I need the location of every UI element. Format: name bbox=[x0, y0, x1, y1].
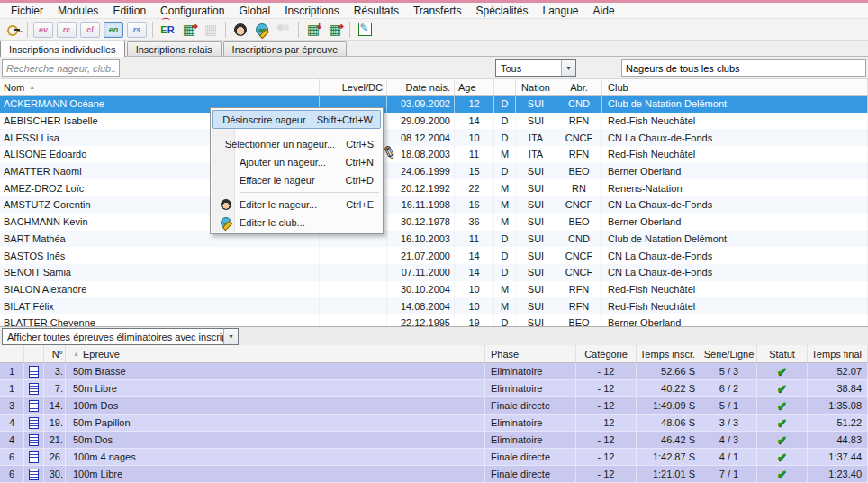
edit-document-button[interactable] bbox=[355, 21, 375, 39]
view-toggle-button[interactable]: cl bbox=[80, 22, 100, 38]
document-icon bbox=[29, 400, 39, 412]
swimmer-row[interactable]: ACKERMANN Océane 03.09.2002 12 D SUI CND… bbox=[0, 96, 868, 113]
column-header-sex[interactable] bbox=[494, 79, 516, 95]
events-filter-dropdown[interactable]: Afficher toutes épreuves éliminatoires a… bbox=[2, 328, 239, 345]
search-input[interactable] bbox=[2, 59, 120, 77]
event-row[interactable]: 3 14. 100m Dos Finale directe - 12 1:49.… bbox=[0, 397, 868, 415]
menu-item[interactable]: Inscriptions bbox=[277, 3, 347, 19]
column-header-age[interactable]: Age bbox=[455, 79, 494, 95]
document-icon bbox=[29, 417, 39, 429]
swimmer-row[interactable]: AEBISCHER Isabelle 29.09.2000 14 D SUI R… bbox=[0, 113, 868, 130]
menu-item[interactable]: Transferts bbox=[406, 3, 469, 19]
menu-item[interactable]: Configuration bbox=[153, 3, 231, 19]
menu-item[interactable]: Edition bbox=[105, 3, 153, 19]
column-header-icon[interactable] bbox=[24, 345, 44, 362]
menu-item-effacer-nageur[interactable]: Effacer le nageur Ctrl+D bbox=[212, 171, 381, 189]
export-inscriptions-button[interactable]: ▦➜ bbox=[325, 21, 345, 39]
menu-item[interactable]: Aide bbox=[586, 3, 622, 19]
swimmer-birthdate: 14.08.2004 bbox=[387, 297, 455, 314]
column-header-level[interactable]: Level/DC bbox=[320, 79, 387, 95]
swimmer-row[interactable]: BACHMANN Kevin 30.12.1978 36 M SUI BEO B… bbox=[0, 214, 868, 231]
event-row[interactable]: 1 7. 50m Libre Eliminatoire - 12 40.22 S… bbox=[0, 380, 868, 397]
column-header-categorie[interactable]: Catégorie bbox=[576, 345, 637, 362]
menu-item-editer-club[interactable]: Editer le club... bbox=[212, 214, 381, 232]
column-header-abr[interactable]: Abr. bbox=[556, 79, 602, 95]
menu-item[interactable]: Fichier bbox=[4, 3, 50, 19]
view-toggle-button[interactable]: rc bbox=[57, 22, 77, 38]
edit-swimmer-button[interactable] bbox=[231, 21, 250, 39]
menu-item[interactable]: Modules bbox=[50, 3, 105, 19]
event-doc-cell bbox=[24, 363, 44, 379]
event-row[interactable]: 6 30. 100m Libre Finale directe - 12 1:2… bbox=[0, 466, 868, 483]
swimmer-nation: SUI bbox=[516, 297, 556, 314]
swimmer-row[interactable]: AMSTUTZ Corentin 16.11.1998 16 M SUI CNC… bbox=[0, 196, 868, 214]
swimmer-row[interactable]: BENOIT Samia 07.11.2000 14 D SUI CNCF CN… bbox=[0, 264, 868, 281]
event-day: 1 bbox=[0, 380, 24, 396]
import-inscriptions-button[interactable]: ▦➜ bbox=[303, 21, 323, 39]
swimmer-name: BIALON Alexandre bbox=[0, 281, 320, 298]
sort-asc-icon: ▲ bbox=[29, 84, 35, 90]
swimmer-row[interactable]: BLATTER Cheyenne 22.12.1995 19 D SUI BEO… bbox=[0, 314, 868, 326]
grid-export-icon: ▦➜ bbox=[183, 23, 195, 36]
swimmer-level bbox=[320, 281, 387, 298]
swimmer-row[interactable]: ALISONE Edoardo 18.08.2003 11 M ITA RFN … bbox=[0, 146, 868, 163]
event-row[interactable]: 1 3. 50m Brasse Eliminatoire - 12 52.66 … bbox=[0, 363, 868, 380]
event-status-cell: ✔ bbox=[757, 449, 808, 465]
column-header-temps-inscr[interactable]: Temps inscr. bbox=[637, 345, 701, 362]
column-header-nom[interactable]: Nom▲ bbox=[0, 79, 320, 95]
swimmer-row[interactable]: AMEZ-DROZ Loïc 20.12.1992 22 M SUI RN Re… bbox=[0, 179, 868, 196]
menu-item[interactable]: Global bbox=[231, 3, 277, 19]
menu-item-ajouter-nageur[interactable]: Ajouter un nageur... Ctrl+N bbox=[212, 153, 381, 171]
scope-dropdown[interactable]: Tous ▼ bbox=[495, 59, 576, 77]
column-header-day[interactable] bbox=[0, 345, 24, 362]
shortcut-label: Ctrl+N bbox=[346, 157, 374, 168]
swimmer-nation: SUI bbox=[516, 231, 556, 248]
status-check-icon: ✔ bbox=[777, 416, 787, 430]
menu-item-selectionner-nageur[interactable]: Sélectionner un nageur... Ctrl+S bbox=[212, 135, 381, 153]
menu-item-editer-nageur[interactable]: Editer le nageur... Ctrl+E bbox=[212, 196, 381, 214]
swimmer-row[interactable]: ALESSI Lisa 08.12.2004 10 D ITA CNCF CN … bbox=[0, 129, 868, 146]
tab[interactable]: Inscriptions individuelles bbox=[0, 41, 125, 57]
event-row[interactable]: 4 21. 50m Dos Eliminatoire - 12 46.42 S … bbox=[0, 432, 868, 449]
tab[interactable]: Inscriptions par épreuve bbox=[223, 41, 347, 56]
column-header-nation[interactable]: Nation bbox=[516, 79, 556, 95]
swimmer-birthdate: 22.12.1995 bbox=[387, 314, 455, 326]
column-header-statut[interactable]: Statut bbox=[757, 345, 808, 362]
swimmer-row[interactable]: AMATTER Naomi 24.06.1999 15 D SUI BEO Be… bbox=[0, 163, 868, 180]
column-header-date-nais[interactable]: Date nais. bbox=[387, 79, 455, 95]
event-entry-time: 1:49.09 S bbox=[637, 397, 701, 414]
entries-results-button[interactable]: ER bbox=[158, 21, 177, 39]
menu-item[interactable]: Langue bbox=[536, 3, 586, 19]
club-filter-input[interactable] bbox=[621, 59, 866, 77]
column-header-club[interactable]: Club bbox=[602, 79, 868, 95]
swimmer-birthdate: 30.12.1978 bbox=[387, 214, 455, 231]
menu-item-desinscrire-nageur[interactable]: Désinscrire nageur Shift+Ctrl+W bbox=[212, 110, 381, 129]
tab[interactable]: Inscriptions relais bbox=[127, 41, 222, 56]
menu-item[interactable]: Résultats bbox=[347, 3, 406, 19]
view-toggle-button[interactable]: ev bbox=[33, 22, 53, 38]
menu-item[interactable]: Spécialités bbox=[468, 3, 535, 19]
view-toggle-button[interactable]: rs bbox=[127, 22, 147, 38]
event-row[interactable]: 4 19. 50m Papillon Eliminatoire - 12 48.… bbox=[0, 415, 868, 432]
swimmer-row[interactable]: BASTOS Inês 21.07.2000 14 D SUI CNCF CN … bbox=[0, 247, 868, 264]
swimmer-level bbox=[320, 297, 387, 314]
swimmer-row[interactable]: BIALON Alexandre 30.10.2004 10 M SUI RFN… bbox=[0, 281, 868, 298]
swimmer-age: 19 bbox=[455, 314, 494, 326]
event-category: - 12 bbox=[576, 415, 637, 431]
shortcut-label: Shift+Ctrl+W bbox=[317, 114, 373, 125]
column-header-phase[interactable]: Phase bbox=[485, 345, 576, 362]
column-header-serie-ligne[interactable]: Série/Ligne bbox=[701, 345, 757, 362]
event-day: 4 bbox=[0, 415, 24, 431]
exit-key-button[interactable] bbox=[3, 21, 23, 39]
view-toggle-button[interactable]: en bbox=[104, 22, 123, 38]
swimmer-row[interactable]: BILAT Félix 14.08.2004 10 M SUI RFN Red-… bbox=[0, 297, 868, 314]
swimmer-row[interactable]: BART Mathéa 16.10.2003 11 D SUI CND Club… bbox=[0, 231, 868, 248]
export-grid-button[interactable]: ▦➜ bbox=[179, 21, 199, 39]
status-check-icon: ✔ bbox=[777, 433, 787, 447]
swimmer-sex: M bbox=[494, 297, 516, 314]
column-header-temps-final[interactable]: Temps final bbox=[808, 345, 868, 362]
column-header-epreuve[interactable]: ▲Epreuve bbox=[66, 345, 485, 362]
event-row[interactable]: 6 26. 100m 4 nages Finale directe - 12 1… bbox=[0, 449, 868, 466]
column-header-num[interactable]: N° bbox=[44, 345, 66, 362]
edit-club-button[interactable] bbox=[252, 21, 272, 39]
